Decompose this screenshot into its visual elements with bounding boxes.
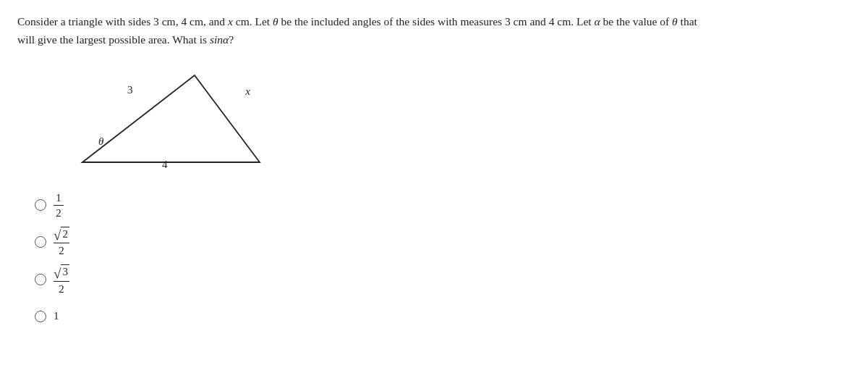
- option-row-1: 1 2: [35, 191, 851, 219]
- triangle-label-4: 4: [162, 159, 168, 171]
- q-text-3: be the included angles of the sides with…: [278, 15, 595, 28]
- radio-4[interactable]: [35, 311, 46, 322]
- option-row-2: √2 2: [35, 227, 851, 258]
- sqrt-3-wrap: √3: [54, 264, 69, 280]
- q-text-2: cm. Let: [233, 15, 273, 28]
- option-row-3: √3 2: [35, 264, 851, 296]
- q-text-5: that: [678, 15, 697, 28]
- sqrt-sign-3: √: [54, 267, 61, 280]
- q-text-1: Consider a triangle with sides 3 cm, 4 c…: [17, 15, 228, 28]
- q-var-theta2: θ: [672, 15, 678, 28]
- q-text-6: will give the largest possible area. Wha…: [17, 33, 210, 46]
- question-line1: Consider a triangle with sides 3 cm, 4 c…: [17, 15, 697, 28]
- option-fraction-2: √2 2: [54, 227, 69, 258]
- q-var-theta: θ: [273, 15, 278, 28]
- sqrt-sign-2: √: [54, 228, 61, 242]
- svg-marker-0: [82, 75, 260, 162]
- option-2-numerator: √2: [54, 227, 69, 244]
- triangle-label-x: x: [245, 85, 250, 98]
- triangle-label-3: 3: [127, 84, 133, 96]
- question-container: Consider a triangle with sides 3 cm, 4 c…: [17, 13, 842, 49]
- q-var-alpha: α: [595, 15, 600, 28]
- q-var-x: x: [228, 15, 233, 28]
- option-row-4: 1: [35, 303, 851, 330]
- option-1-denominator: 2: [56, 206, 61, 219]
- q-text-4: be the value of: [600, 15, 672, 28]
- option-4-label: 1: [54, 310, 59, 322]
- option-fraction-3: √3 2: [54, 264, 69, 296]
- sqrt-radicand-3: 3: [61, 264, 69, 280]
- sqrt-2-wrap: √2: [54, 227, 69, 242]
- option-3-numerator: √3: [54, 264, 69, 282]
- answer-options: 1 2 √2 2 √3 2 1: [35, 191, 851, 330]
- option-2-denominator: 2: [59, 243, 64, 257]
- triangle-label-theta: θ: [98, 135, 103, 148]
- question-line2: will give the largest possible area. Wha…: [17, 33, 234, 46]
- radio-2[interactable]: [35, 236, 46, 248]
- option-3-denominator: 2: [59, 282, 64, 296]
- radio-3[interactable]: [35, 274, 46, 285]
- sqrt-radicand-2: 2: [61, 227, 69, 242]
- option-fraction-1: 1 2: [54, 191, 64, 219]
- option-1-numerator: 1: [54, 191, 64, 206]
- triangle-svg: [68, 62, 271, 178]
- radio-1[interactable]: [35, 199, 46, 211]
- q-sin-alpha: sinα: [210, 33, 229, 46]
- q-text-7: ?: [229, 33, 234, 46]
- triangle-diagram: 3 x θ 4: [68, 62, 271, 178]
